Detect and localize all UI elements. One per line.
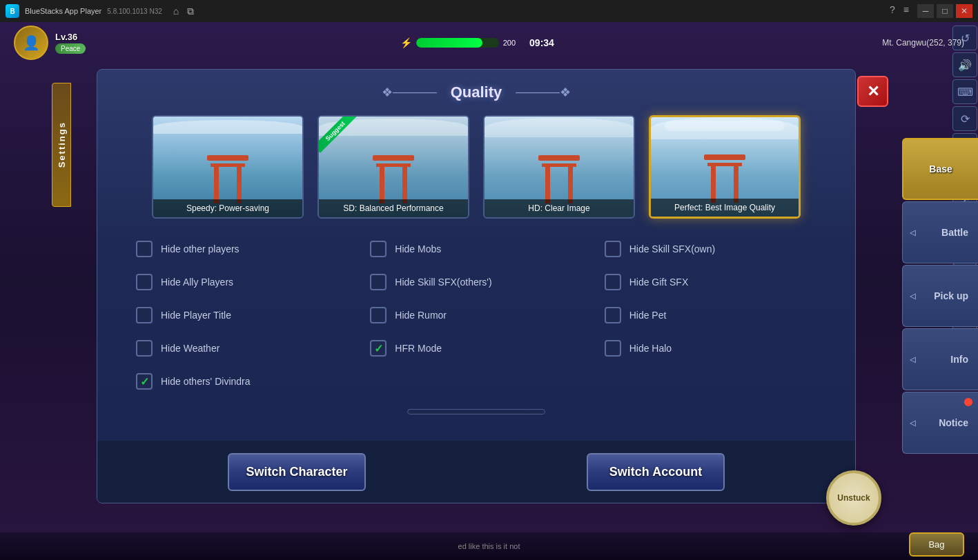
quality-options: Speedy: Power-saving SD: Balanced Perfor… [97,108,855,232]
checkboxes-grid: Hide other players Hide Mobs Hide Skill … [97,232,855,398]
checkbox-hide-mobs: Hide Mobs [359,232,593,266]
checkbox-hide-halo: Hide Halo [594,332,828,365]
unstuck-label: Unstuck [837,493,870,503]
settings-tab-label: Settings [57,121,67,168]
check-hfr-icon: ✓ [374,342,383,355]
hud-center: ⚡ 200 09:34 [86,37,882,48]
minimize-button[interactable]: ─ [917,4,934,18]
checkbox-hide-gift-sfx-box[interactable] [605,274,621,290]
thumb-torii-hd [538,155,580,203]
battle-button[interactable]: ◁ Battle [902,201,978,263]
bag-button[interactable]: Bag [909,532,964,557]
pickup-button[interactable]: ◁ Pick up [902,265,978,327]
right-nav-buttons: Base ◁ Battle ◁ Pick up ◁ Info ◁ Notice [902,138,978,455]
info-arrow-icon: ◁ [910,355,915,364]
checkbox-hide-players-box[interactable] [136,241,153,257]
base-section: Base [902,138,978,200]
right-ornament: ─────❖ [516,85,571,100]
bottom-text: ed like this is it not [458,542,520,550]
checkbox-hide-divindra-label: Hide others' Divindra [161,376,251,387]
checkbox-hide-skill-sfx-own-box[interactable] [605,241,621,257]
settings-dialog: ❖───── Quality ─────❖ Speedy: Power-savi… [97,69,856,503]
battle-arrow-icon: ◁ [910,228,915,237]
checkbox-hfr-mode-box[interactable]: ✓ [370,340,387,357]
peace-status: Peace [55,43,86,54]
energy-amount: 200 [503,39,516,47]
switch-character-button[interactable]: Switch Character [228,453,366,491]
quality-label-speedy: Speedy: Power-saving [153,199,302,217]
window-controls: ? ≡ ─ □ ✕ [890,4,972,18]
character-level: Lv.36 [55,32,86,42]
energy-fill [416,38,482,48]
dialog-buttons: Switch Character Switch Account [97,441,855,503]
checkbox-hide-players-label: Hide other players [161,243,239,254]
left-ornament: ❖───── [382,85,437,100]
checkbox-hide-rumor-box[interactable] [370,307,387,323]
energy-bar-fill [416,38,499,48]
checkbox-hide-weather-box[interactable] [136,340,153,357]
checkbox-hide-mobs-box[interactable] [370,241,387,257]
checkbox-hide-pet: Hide Pet [594,299,828,332]
rotate-icon-btn[interactable]: ⟳ [952,106,977,131]
checkbox-hide-ally: Hide Ally Players [125,266,359,299]
keyboard-icon-btn[interactable]: ⌨ [952,79,977,104]
title-decoration: ❖───── Quality ─────❖ [97,83,855,101]
checkbox-hide-gift-sfx-label: Hide Gift SFX [629,277,689,288]
checkbox-hide-skill-sfx-own: Hide Skill SFX(own) [594,232,828,266]
info-button[interactable]: ◁ Info [902,328,978,390]
energy-bar: ⚡ 200 [400,37,516,48]
checkbox-hfr-mode: ✓ HFR Mode [359,332,593,365]
menu-icon[interactable]: ≡ [903,4,909,18]
thumb-torii-sd [373,155,414,203]
app-version: 5.8.100.1013 N32 [107,8,162,15]
checkbox-hide-ally-label: Hide Ally Players [161,277,233,288]
pickup-arrow-icon: ◁ [910,292,915,301]
bluestacks-logo: B [6,4,19,18]
checkbox-hide-ally-box[interactable] [136,274,153,290]
quality-label-perfect: Perfect: Best Image Quality [651,199,799,217]
checkbox-hide-title-box[interactable] [136,307,153,323]
game-bottom-bar: ed like this is it not Bag [0,532,978,560]
home-icon[interactable]: ⌂ [173,6,179,17]
suggest-badge [319,117,360,158]
checkbox-hide-weather-label: Hide Weather [161,343,219,354]
restore-button[interactable]: □ [937,4,953,18]
base-button[interactable]: Base [902,138,978,200]
checkbox-hide-pet-box[interactable] [605,307,621,323]
checkbox-hide-skill-others-box[interactable] [370,274,387,290]
quality-option-sd[interactable]: SD: Balanced Performance [317,115,469,219]
close-button[interactable]: ✕ [956,4,972,18]
app-title: BlueStacks App Player [25,7,101,15]
settings-tab[interactable]: Settings [52,83,71,207]
checkbox-hide-skill-sfx-own-label: Hide Skill SFX(own) [629,243,715,254]
checkbox-hide-skill-others: Hide Skill SFX(others') [359,266,593,299]
nav-icons: ⌂ ⧉ [173,6,194,17]
notice-arrow-icon: ◁ [910,419,915,428]
checkbox-hide-gift-sfx: Hide Gift SFX [594,266,828,299]
quality-label-hd: HD: Clear Image [485,199,634,217]
dialog-title-bar: ❖───── Quality ─────❖ [97,70,855,108]
character-avatar: 👤 [14,26,48,60]
unstuck-button[interactable]: Unstuck [826,470,881,526]
multi-window-icon[interactable]: ⧉ [187,6,194,17]
quality-option-hd[interactable]: HD: Clear Image [483,115,635,219]
quality-option-perfect[interactable]: Perfect: Best Image Quality [649,115,801,219]
quality-label-sd: SD: Balanced Performance [319,199,468,217]
help-icon[interactable]: ? [890,4,895,18]
dialog-close-button[interactable]: ✕ [857,76,888,107]
switch-account-button[interactable]: Switch Account [587,453,725,491]
bluestacks-bar: B BlueStacks App Player 5.8.100.1013 N32… [0,0,978,22]
scrollbar-area [125,405,828,419]
checkbox-hide-rumor-label: Hide Rumor [395,310,447,321]
checkbox-hide-divindra-box[interactable]: ✓ [136,373,153,390]
scrollbar-track[interactable] [407,409,545,414]
notice-button[interactable]: ◁ Notice [902,392,978,454]
quality-option-speedy[interactable]: Speedy: Power-saving [152,115,304,219]
hud-left: 👤 Lv.36 Peace [14,26,86,60]
location-display: Mt. Cangwu(252, 379) [882,38,964,48]
close-icon: ✕ [867,83,879,101]
thumb-torii-speedy [207,155,248,203]
checkbox-hide-title: Hide Player Title [125,299,359,332]
checkbox-hide-halo-box[interactable] [605,340,621,357]
checkbox-hfr-mode-label: HFR Mode [395,343,442,354]
